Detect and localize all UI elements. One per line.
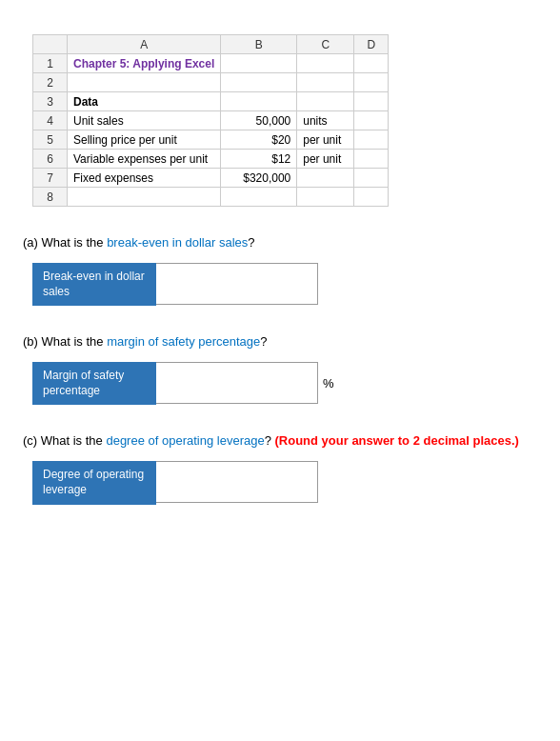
answer-row-c: Degree of operating leverage: [32, 461, 537, 504]
spreadsheet-row: 6Variable expenses per unit$12per unit: [33, 150, 389, 169]
question-a-prefix: (a) What is the: [23, 235, 107, 250]
question-a-label: (a) What is the break-even in dollar sal…: [23, 235, 537, 250]
question-b-blue: margin of safety percentage: [107, 334, 260, 349]
col-header-empty: [33, 35, 68, 54]
question-b-label: (b) What is the margin of safety percent…: [23, 334, 537, 349]
spreadsheet-row: 5Selling price per unit$20per unit: [33, 130, 389, 150]
row-number: 8: [33, 188, 68, 207]
cell-c: per unit: [297, 130, 354, 150]
spreadsheet-row: 2: [33, 73, 389, 92]
spreadsheet-table: A B C D 1Chapter 5: Applying Excel23Data…: [32, 34, 389, 207]
answer-row-b: Margin of safetypercentage%: [32, 362, 537, 405]
answer-input-a[interactable]: [156, 263, 318, 305]
cell-d: [354, 54, 389, 73]
question-a-suffix-text: ?: [248, 235, 254, 250]
question-c-prefix: (c) What is the: [23, 433, 106, 448]
cell-a: Fixed expenses: [68, 169, 221, 188]
col-header-c: C: [297, 35, 354, 54]
cell-c: [297, 169, 354, 188]
cell-a: [68, 73, 221, 92]
answer-suffix-b: %: [318, 362, 339, 405]
cell-c: per unit: [297, 150, 354, 169]
cell-d: [354, 188, 389, 207]
cell-b: $320,000: [221, 169, 297, 188]
row-number: 6: [33, 150, 68, 169]
cell-d: [354, 111, 389, 130]
spreadsheet-row: 4Unit sales50,000units: [33, 111, 389, 130]
cell-b: [221, 73, 297, 92]
answer-input-c[interactable]: [156, 461, 318, 503]
cell-a: Variable expenses per unit: [68, 150, 221, 169]
cell-b: [221, 188, 297, 207]
question-c-suffix-text: ?: [265, 433, 275, 448]
cell-c: [297, 92, 354, 111]
answer-label-a: Break-even in dollarsales: [32, 263, 156, 306]
cell-c: units: [297, 111, 354, 130]
cell-a: Unit sales: [68, 111, 221, 130]
cell-d: [354, 150, 389, 169]
answer-row-a: Break-even in dollarsales: [32, 263, 537, 306]
spreadsheet-row: 7Fixed expenses$320,000: [33, 169, 389, 188]
cell-a: Selling price per unit: [68, 130, 221, 150]
cell-a: [68, 188, 221, 207]
question-b-prefix: (b) What is the: [23, 334, 107, 349]
row-number: 3: [33, 92, 68, 111]
spreadsheet-wrapper: A B C D 1Chapter 5: Applying Excel23Data…: [32, 34, 537, 207]
cell-a: Chapter 5: Applying Excel: [68, 54, 221, 73]
spreadsheet-row: 3Data: [33, 92, 389, 111]
cell-d: [354, 73, 389, 92]
cell-b: $12: [221, 150, 297, 169]
question-a-blue: break-even in dollar sales: [107, 235, 248, 250]
question-c-red: (Round your answer to 2 decimal places.): [275, 433, 519, 448]
row-number: 4: [33, 111, 68, 130]
cell-b: 50,000: [221, 111, 297, 130]
cell-d: [354, 92, 389, 111]
answer-label-b: Margin of safetypercentage: [32, 362, 156, 405]
cell-a: Data: [68, 92, 221, 111]
question-c-blue: degree of operating leverage: [106, 433, 264, 448]
spreadsheet-row: 8: [33, 188, 389, 207]
spreadsheet-body: 1Chapter 5: Applying Excel23Data4Unit sa…: [33, 54, 389, 207]
row-number: 1: [33, 54, 68, 73]
question-b-suffix-text: ?: [260, 334, 267, 349]
question-c-label: (c) What is the degree of operating leve…: [23, 433, 537, 448]
col-header-d: D: [354, 35, 389, 54]
questions-container: (a) What is the break-even in dollar sal…: [23, 235, 537, 505]
row-number: 2: [33, 73, 68, 92]
cell-c: [297, 73, 354, 92]
row-number: 7: [33, 169, 68, 188]
col-header-b: B: [221, 35, 297, 54]
cell-b: [221, 54, 297, 73]
cell-c: [297, 188, 354, 207]
cell-d: [354, 130, 389, 150]
spreadsheet-header-row: A B C D: [33, 35, 389, 54]
answer-input-b[interactable]: [156, 362, 318, 404]
spreadsheet-row: 1Chapter 5: Applying Excel: [33, 54, 389, 73]
cell-b: $20: [221, 130, 297, 150]
cell-d: [354, 169, 389, 188]
cell-b: [221, 92, 297, 111]
row-number: 5: [33, 130, 68, 150]
cell-c: [297, 54, 354, 73]
col-header-a: A: [68, 35, 221, 54]
answer-label-c: Degree of operating leverage: [32, 461, 156, 504]
